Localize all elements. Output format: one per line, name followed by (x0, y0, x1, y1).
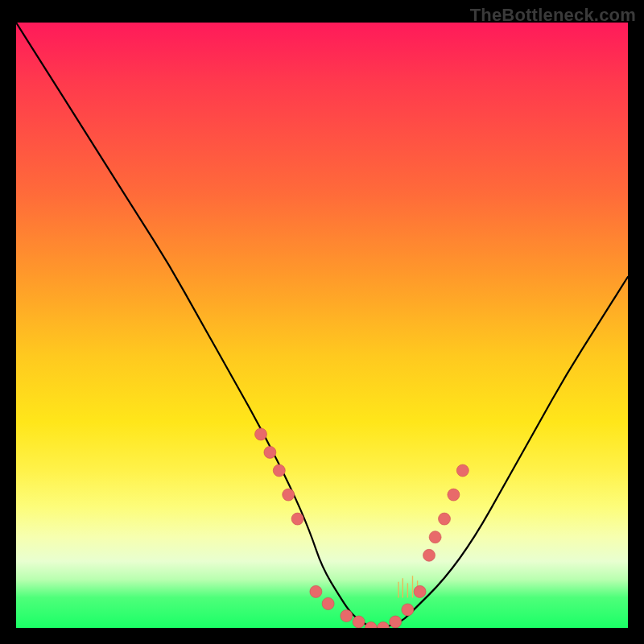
marker-dot (255, 428, 267, 440)
dot-group (255, 428, 469, 628)
marker-dot (273, 464, 285, 477)
marker-dot (353, 616, 365, 628)
marker-dot (365, 622, 377, 629)
marker-dot (456, 464, 469, 477)
marker-dot (322, 597, 334, 609)
plot-area (16, 23, 628, 628)
marker-dot (264, 446, 276, 458)
bottleneck-curve-path (16, 23, 628, 628)
marker-dot (429, 531, 441, 543)
marker-dot (378, 622, 390, 629)
marker-dot (283, 489, 295, 501)
marker-dot (448, 489, 460, 501)
marker-dot (310, 585, 322, 597)
curve-svg (16, 23, 628, 628)
marker-dot (341, 610, 353, 622)
marker-dot (439, 513, 451, 525)
marker-dot (423, 549, 436, 561)
marker-dot (414, 585, 426, 597)
marker-dot (291, 513, 303, 525)
marker-dot (402, 604, 414, 616)
chart-frame: TheBottleneck.com (0, 0, 644, 644)
marker-dot (390, 616, 402, 628)
